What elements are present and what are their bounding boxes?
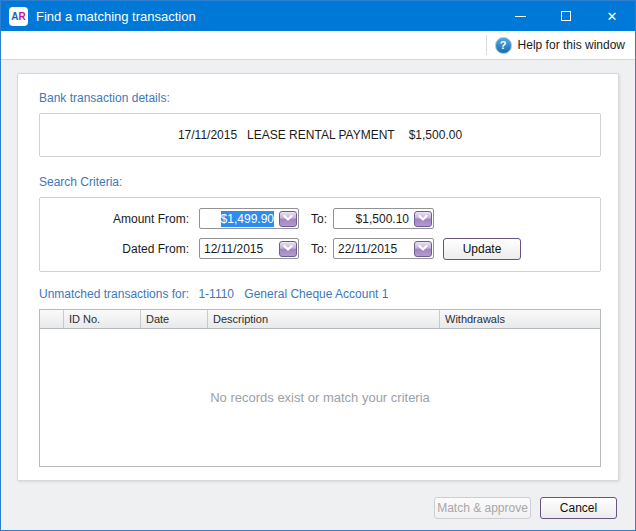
close-button[interactable]: ✕ bbox=[589, 1, 635, 31]
chevron-down-icon bbox=[418, 215, 428, 222]
help-icon: ? bbox=[495, 37, 512, 54]
minimize-button[interactable] bbox=[497, 1, 543, 31]
maximize-button[interactable] bbox=[543, 1, 589, 31]
column-header-withdrawals[interactable]: Withdrawals bbox=[440, 310, 600, 328]
help-link-label: Help for this window bbox=[518, 38, 625, 52]
minimize-icon bbox=[515, 16, 526, 17]
table-body: No records exist or match your criteria bbox=[40, 329, 600, 466]
cancel-button[interactable]: Cancel bbox=[540, 497, 617, 519]
amount-to-dropdown-button[interactable] bbox=[414, 211, 432, 227]
amount-to-field[interactable]: $1,500.10 bbox=[333, 208, 434, 229]
account-number: 1-1110 bbox=[198, 287, 234, 301]
help-link[interactable]: ? Help for this window bbox=[495, 37, 625, 54]
dated-to-calendar-button[interactable] bbox=[414, 241, 432, 257]
unmatched-transactions-table: ID No. Date Description Withdrawals No r… bbox=[39, 309, 601, 467]
app-logo-icon: AR bbox=[9, 7, 28, 26]
dated-from-label: Dated From: bbox=[40, 242, 189, 256]
dated-to-field[interactable]: 22/11/2015 bbox=[333, 238, 434, 259]
column-header-date[interactable]: Date bbox=[141, 310, 208, 328]
main-panel: Bank transaction details: 17/11/2015 LEA… bbox=[17, 73, 619, 481]
bank-transaction-description: LEASE RENTAL PAYMENT bbox=[247, 128, 395, 142]
window-title: Find a matching transaction bbox=[36, 9, 497, 24]
bank-transaction-date: 17/11/2015 bbox=[178, 128, 237, 142]
chevron-down-icon bbox=[283, 245, 293, 252]
search-criteria-heading: Search Criteria: bbox=[39, 175, 122, 189]
toolbar-divider bbox=[486, 35, 487, 55]
dated-to-value: 22/11/2015 bbox=[334, 242, 413, 256]
match-approve-button[interactable]: Match & approve bbox=[434, 497, 531, 519]
empty-table-message: No records exist or match your criteria bbox=[210, 390, 430, 405]
bank-transaction-summary: 17/11/2015 LEASE RENTAL PAYMENT $1,500.0… bbox=[39, 113, 601, 157]
chevron-down-icon bbox=[283, 215, 293, 222]
bank-details-heading: Bank transaction details: bbox=[39, 91, 170, 105]
find-matching-transaction-dialog: AR Find a matching transaction ✕ ? Help … bbox=[0, 0, 636, 531]
unmatched-heading: Unmatched transactions for: 1-1110 Gener… bbox=[39, 287, 388, 301]
bank-transaction-amount: $1,500.00 bbox=[409, 128, 462, 142]
maximize-icon bbox=[561, 11, 571, 21]
toolbar: ? Help for this window bbox=[1, 31, 635, 60]
dated-from-field[interactable]: 12/11/2015 bbox=[199, 238, 299, 259]
amount-from-field[interactable]: $1,499.90 bbox=[199, 208, 299, 229]
app-logo-letter-a: A bbox=[11, 11, 18, 22]
app-logo-letter-r: R bbox=[19, 11, 26, 22]
close-icon: ✕ bbox=[607, 10, 618, 23]
amount-from-label: Amount From: bbox=[40, 212, 189, 226]
amount-to-label: To: bbox=[311, 212, 327, 226]
titlebar: AR Find a matching transaction ✕ bbox=[1, 1, 635, 31]
amount-from-dropdown-button[interactable] bbox=[279, 211, 297, 227]
column-header-description[interactable]: Description bbox=[208, 310, 440, 328]
amount-from-value: $1,499.90 bbox=[200, 212, 278, 226]
account-name: General Cheque Account 1 bbox=[244, 287, 388, 301]
dated-to-label: To: bbox=[311, 242, 327, 256]
chevron-down-icon bbox=[418, 245, 428, 252]
search-criteria-box: Amount From: $1,499.90 To: $1,500.10 Dat… bbox=[39, 197, 601, 272]
amount-to-value: $1,500.10 bbox=[334, 212, 413, 226]
dated-from-value: 12/11/2015 bbox=[200, 242, 278, 256]
column-header-select bbox=[40, 310, 64, 328]
dated-from-calendar-button[interactable] bbox=[279, 241, 297, 257]
update-button[interactable]: Update bbox=[443, 238, 521, 260]
unmatched-heading-label: Unmatched transactions for: bbox=[39, 287, 189, 301]
table-header-row: ID No. Date Description Withdrawals bbox=[40, 310, 600, 329]
column-header-id-no[interactable]: ID No. bbox=[64, 310, 141, 328]
